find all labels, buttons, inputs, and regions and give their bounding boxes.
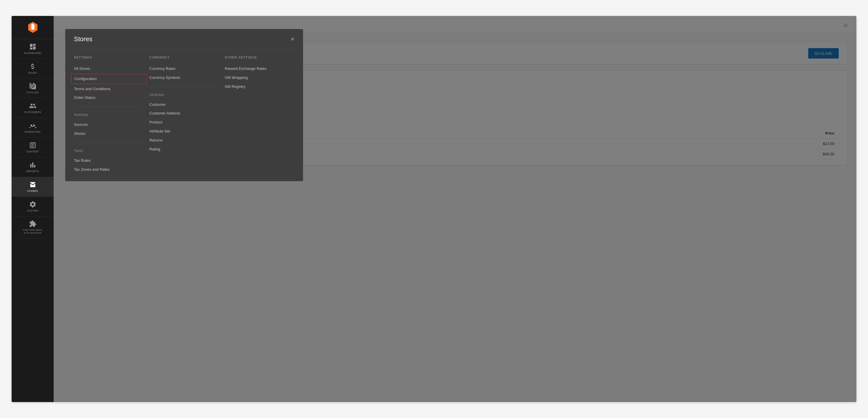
sidebar-item-reports[interactable]: REPORTS: [11, 157, 54, 177]
sidebar-item-dashboard[interactable]: DASHBOARD: [11, 39, 54, 59]
sidebar-item-label: CATALOG: [26, 91, 39, 94]
sidebar-item-stores[interactable]: STORES: [11, 177, 54, 197]
customers-icon: [29, 102, 36, 109]
sidebar-item-label: SYSTEM: [27, 209, 38, 212]
modal-col-other-settings: Other Settings Reward Exchange Rates Gif…: [225, 56, 294, 174]
gift-registry-link[interactable]: Gift Registry: [225, 82, 294, 91]
sidebar-item-label: STORES: [27, 190, 38, 192]
order-status-link[interactable]: Order Status: [74, 93, 144, 102]
currency-symbols-link[interactable]: Currency Symbols: [149, 73, 219, 82]
product-attr-link[interactable]: Product: [149, 118, 219, 127]
sidebar-item-system[interactable]: SYSTEM: [11, 197, 54, 217]
returns-link[interactable]: Returns: [149, 136, 219, 145]
sidebar-item-find-partners[interactable]: FIND PARTNERS& EXTENSIONS: [11, 217, 54, 238]
modal-close-button[interactable]: ×: [290, 36, 294, 42]
gift-wrapping-link[interactable]: Gift Wrapping: [225, 73, 294, 82]
sidebar-item-label: FIND PARTNERS& EXTENSIONS: [23, 229, 42, 234]
sidebar-item-label: SALES: [28, 71, 37, 74]
sidebar-item-customers[interactable]: CUSTOMERS: [11, 98, 54, 118]
dashboard-icon: [29, 43, 36, 51]
sidebar-item-catalog[interactable]: CATALOG: [11, 78, 54, 98]
modal-title: Stores: [74, 35, 93, 43]
sidebar-item-label: REPORTS: [26, 170, 39, 173]
sidebar-item-marketing[interactable]: MARKETING: [11, 118, 54, 138]
magento-logo-icon: [26, 21, 39, 34]
stocks-link[interactable]: Stocks: [74, 129, 144, 138]
extensions-icon: [29, 220, 36, 228]
currency-rates-link[interactable]: Currency Rates: [149, 64, 219, 73]
all-stores-link[interactable]: All Stores: [74, 64, 144, 73]
customer-address-attr-link[interactable]: Customer Address: [149, 109, 219, 118]
stores-modal: Stores × Settings All Stores Configurati…: [65, 29, 303, 181]
catalog-icon: [29, 82, 36, 90]
reports-icon: [29, 161, 36, 169]
attribute-set-link[interactable]: Attribute Set: [149, 127, 219, 136]
taxes-subsection-title: Taxes: [74, 149, 144, 153]
settings-section-title: Settings: [74, 56, 144, 59]
modal-col-settings: Settings All Stores Configuration Terms …: [74, 56, 149, 174]
main-content: ⌕ reports tailored to your customer data…: [54, 16, 857, 402]
inventory-subsection-title: Inventory: [74, 113, 144, 117]
tax-rules-link[interactable]: Tax Rules: [74, 156, 144, 165]
modal-col-currency: Currency Currency Rates Currency Symbols…: [149, 56, 225, 174]
sidebar-item-sales[interactable]: SALES: [11, 59, 54, 78]
sources-link[interactable]: Sources: [74, 120, 144, 129]
modal-body: Settings All Stores Configuration Terms …: [65, 49, 303, 181]
attributes-subsection-title: Attributes: [149, 93, 219, 97]
sidebar-item-label: DASHBOARD: [24, 52, 41, 55]
sales-icon: [29, 63, 36, 70]
sidebar: DASHBOARD SALES CATALOG CUSTOMERS MARKET…: [11, 16, 54, 402]
configuration-link[interactable]: Configuration: [71, 74, 147, 84]
sidebar-item-content[interactable]: CONTENT: [11, 138, 54, 157]
sidebar-item-label: CUSTOMERS: [24, 111, 41, 114]
system-icon: [29, 201, 36, 208]
admin-wrapper: DASHBOARD SALES CATALOG CUSTOMERS MARKET…: [11, 16, 857, 402]
reward-exchange-rates-link[interactable]: Reward Exchange Rates: [225, 64, 294, 73]
terms-conditions-link[interactable]: Terms and Conditions: [74, 85, 144, 94]
modal-header: Stores ×: [65, 29, 303, 49]
rating-link[interactable]: Rating: [149, 145, 219, 154]
stores-icon: [29, 181, 36, 188]
sidebar-logo[interactable]: [11, 16, 54, 39]
sidebar-item-label: CONTENT: [26, 150, 39, 153]
sidebar-item-label: MARKETING: [25, 130, 40, 133]
customer-attr-link[interactable]: Customer: [149, 100, 219, 109]
tax-zones-rates-link[interactable]: Tax Zones and Rates: [74, 165, 144, 174]
other-settings-section-title: Other Settings: [225, 56, 294, 59]
content-icon: [29, 141, 36, 149]
marketing-icon: [29, 122, 36, 129]
currency-section-title: Currency: [149, 56, 219, 59]
